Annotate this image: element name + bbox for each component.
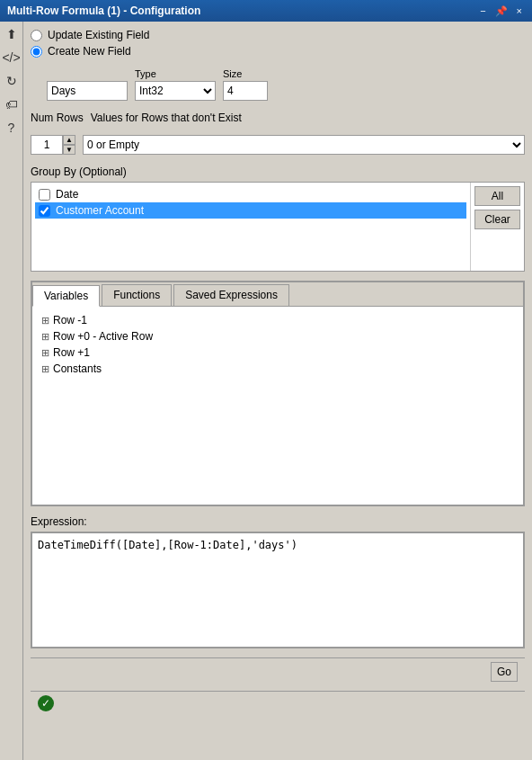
expression-box[interactable]: DateTimeDiff([Date],[Row-1:Date],'days') bbox=[31, 532, 525, 648]
checkmark-icon: ✓ bbox=[41, 697, 50, 710]
groupby-item-customer[interactable]: Customer Account bbox=[35, 202, 466, 219]
tab-content: ⊞ Row -1 ⊞ Row +0 - Active Row ⊞ Row +1 … bbox=[32, 307, 523, 505]
create-new-row: Create New Field bbox=[31, 45, 525, 58]
numrows-inputs-row: ▲ ▼ 0 or Empty bbox=[31, 135, 525, 155]
size-label: Size bbox=[223, 68, 268, 79]
customer-label: Customer Account bbox=[56, 204, 144, 217]
days-input[interactable] bbox=[47, 81, 128, 101]
groupby-section: Group By (Optional) Date Customer Accoun… bbox=[31, 165, 525, 272]
customer-checkbox[interactable] bbox=[39, 205, 50, 217]
groupby-buttons: All Clear bbox=[470, 183, 524, 271]
tag-icon[interactable]: 🏷 bbox=[3, 95, 21, 113]
title-bar-text: Multi-Row Formula (1) - Configuration bbox=[7, 4, 200, 17]
field-option-section: Update Existing Field Create New Field bbox=[31, 29, 525, 58]
go-button[interactable]: Go bbox=[491, 662, 518, 682]
code-icon[interactable]: </> bbox=[3, 49, 21, 67]
create-new-label: Create New Field bbox=[48, 45, 131, 58]
clear-button[interactable]: Clear bbox=[474, 210, 520, 229]
type-label: Type bbox=[135, 68, 216, 79]
all-button[interactable]: All bbox=[474, 186, 520, 206]
minimize-button[interactable]: − bbox=[477, 5, 488, 16]
expression-value: DateTimeDiff([Date],[Row-1:Date],'days') bbox=[38, 539, 297, 551]
tree-item-row-minus1[interactable]: ⊞ Row -1 bbox=[38, 312, 518, 328]
type-select[interactable]: Int32 bbox=[135, 81, 216, 101]
row-plus0-label: Row +0 - Active Row bbox=[53, 330, 153, 343]
tree-item-row-plus0[interactable]: ⊞ Row +0 - Active Row bbox=[38, 328, 518, 344]
type-field-group: Type Int32 bbox=[135, 68, 216, 101]
expand-icon-row-plus0: ⊞ bbox=[41, 331, 49, 343]
title-bar-controls: − 📌 × bbox=[477, 5, 525, 17]
tabs-section: Variables Functions Saved Expressions ⊞ … bbox=[31, 281, 525, 506]
expression-section: Expression: DateTimeDiff([Date],[Row-1:D… bbox=[31, 515, 525, 648]
create-new-radio[interactable] bbox=[31, 46, 42, 58]
groupby-panel: Date Customer Account All Clear bbox=[31, 182, 525, 272]
tab-saved-expressions[interactable]: Saved Expressions bbox=[173, 284, 289, 306]
sidebar: ⬆ </> ↻ 🏷 ? bbox=[0, 22, 23, 760]
spinner-down-button[interactable]: ▼ bbox=[63, 145, 75, 155]
spinner-buttons: ▲ ▼ bbox=[63, 135, 75, 155]
tree-item-constants[interactable]: ⊞ Constants bbox=[38, 361, 518, 377]
refresh-icon[interactable]: ↻ bbox=[3, 72, 21, 90]
status-bar: ✓ bbox=[31, 691, 525, 715]
row-plus1-label: Row +1 bbox=[53, 346, 90, 359]
days-field-group bbox=[47, 81, 128, 101]
tab-bar: Variables Functions Saved Expressions bbox=[32, 282, 523, 307]
values-label: Values for Rows that don't Exist bbox=[91, 112, 242, 124]
pin-button[interactable]: 📌 bbox=[492, 5, 510, 17]
spinner-group: ▲ ▼ bbox=[31, 135, 75, 155]
tab-variables[interactable]: Variables bbox=[32, 285, 100, 307]
row-minus1-label: Row -1 bbox=[53, 314, 87, 326]
tab-functions[interactable]: Functions bbox=[102, 284, 172, 306]
close-button[interactable]: × bbox=[514, 5, 525, 16]
update-existing-label: Update Existing Field bbox=[48, 29, 149, 41]
main-content: Update Existing Field Create New Field T… bbox=[23, 22, 532, 760]
numrows-input[interactable] bbox=[31, 135, 63, 155]
expression-label: Expression: bbox=[31, 515, 525, 528]
tree-item-row-plus1[interactable]: ⊞ Row +1 bbox=[38, 344, 518, 361]
constants-label: Constants bbox=[53, 362, 102, 375]
bottom-bar: Go bbox=[31, 657, 525, 685]
groupby-label: Group By (Optional) bbox=[31, 165, 525, 178]
size-input[interactable] bbox=[223, 81, 268, 101]
update-existing-row: Update Existing Field bbox=[31, 29, 525, 41]
expand-icon-row-minus1: ⊞ bbox=[41, 315, 49, 326]
numrows-section: Num Rows Values for Rows that don't Exis… bbox=[31, 112, 525, 124]
expand-icon-row-plus1: ⊞ bbox=[41, 347, 49, 359]
title-bar: Multi-Row Formula (1) - Configuration − … bbox=[0, 0, 532, 22]
date-label: Date bbox=[56, 188, 78, 201]
values-select[interactable]: 0 or Empty bbox=[83, 135, 525, 155]
update-existing-radio[interactable] bbox=[31, 30, 42, 41]
numrows-label: Num Rows bbox=[31, 112, 84, 124]
groupby-item-date[interactable]: Date bbox=[35, 186, 466, 202]
expand-icon-constants: ⊞ bbox=[41, 363, 49, 375]
status-icon: ✓ bbox=[38, 695, 54, 711]
spinner-up-button[interactable]: ▲ bbox=[63, 135, 75, 145]
help-icon[interactable]: ? bbox=[3, 119, 21, 137]
size-field-group: Size bbox=[223, 68, 268, 101]
type-size-section: Type Int32 Size bbox=[47, 68, 525, 101]
date-checkbox[interactable] bbox=[39, 189, 50, 201]
cursor-icon[interactable]: ⬆ bbox=[3, 25, 21, 43]
groupby-list: Date Customer Account bbox=[31, 183, 470, 271]
